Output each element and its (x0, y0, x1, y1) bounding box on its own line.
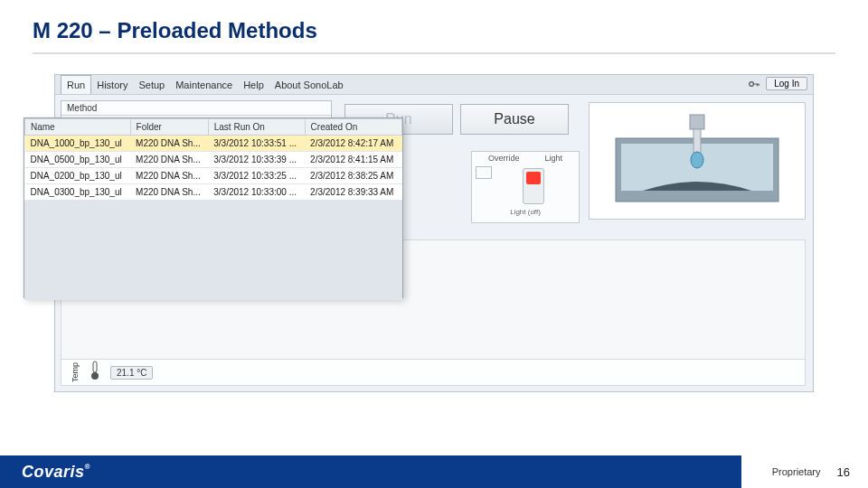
svg-point-7 (91, 372, 99, 380)
table-row[interactable]: DNA_0500_bp_130_ulM220 DNA Sh...3/3/2012… (25, 152, 402, 168)
table-row[interactable]: DNA_0300_bp_130_ulM220 DNA Sh...3/3/2012… (25, 184, 402, 201)
menu-maintenance[interactable]: Maintenance (170, 75, 238, 94)
col-lastrun[interactable]: Last Run On (208, 119, 305, 136)
table-row[interactable]: DNA_0200_bp_130_ulM220 DNA Sh...3/3/2012… (25, 168, 402, 184)
thermometer-icon (89, 361, 101, 384)
brand-logo: Covaris® (22, 463, 90, 482)
proprietary-label: Proprietary (772, 466, 821, 477)
menu-about[interactable]: About SonoLab (269, 75, 349, 94)
method-table: Name Folder Last Run On Created On DNA_1… (24, 118, 402, 201)
footer-bar: Covaris® (0, 455, 868, 488)
temp-axis-label: Temp (71, 362, 80, 382)
light-switch[interactable] (523, 168, 544, 204)
svg-point-0 (750, 81, 754, 86)
footer-right: Proprietary 16 (741, 455, 868, 488)
instrument-diagram (589, 102, 806, 220)
override-checkbox[interactable] (476, 166, 492, 179)
method-browser-popup: Name Folder Last Run On Created On DNA_1… (24, 117, 403, 298)
col-created[interactable]: Created On (305, 119, 401, 136)
title-rule (33, 52, 835, 54)
light-off-label: Light (off) (472, 208, 579, 216)
login-button[interactable]: Log In (766, 77, 807, 90)
control-box: Override Light Light (off) (471, 151, 580, 223)
pause-button[interactable]: Pause (460, 104, 569, 135)
menubar: Run History Setup Maintenance Help About… (55, 75, 813, 95)
table-empty-area (24, 201, 402, 300)
menu-history[interactable]: History (91, 75, 133, 94)
light-label: Light (544, 154, 562, 163)
key-icon (748, 78, 760, 90)
temp-value: 21.1 °C (110, 366, 153, 380)
temp-strip: Temp 21.1 °C (61, 359, 806, 386)
page-number: 16 (837, 465, 850, 479)
col-name[interactable]: Name (25, 119, 131, 136)
svg-rect-3 (690, 115, 704, 129)
method-label: Method (61, 101, 331, 116)
svg-point-5 (691, 152, 703, 168)
col-folder[interactable]: Folder (130, 119, 208, 136)
table-row[interactable]: DNA_1000_bp_130_ulM220 DNA Sh...3/3/2012… (25, 136, 402, 152)
override-label: Override (488, 154, 520, 163)
svg-rect-6 (93, 361, 97, 372)
menu-setup[interactable]: Setup (133, 75, 170, 94)
menu-run[interactable]: Run (61, 75, 91, 94)
menu-help[interactable]: Help (238, 75, 269, 94)
slide-title: M 220 – Preloaded Methods (33, 18, 317, 43)
